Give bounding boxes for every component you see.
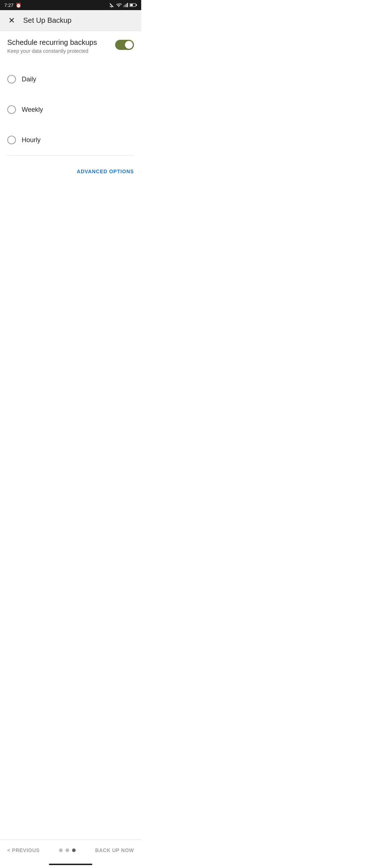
svg-rect-2 — [126, 4, 127, 7]
radio-circle-hourly — [7, 136, 16, 144]
battery-icon — [130, 2, 137, 8]
schedule-heading: Schedule recurring backups — [7, 38, 97, 47]
toggle-thumb — [125, 41, 133, 49]
svg-rect-3 — [127, 3, 128, 7]
backup-frequency-options: Daily Weekly Hourly — [7, 64, 134, 155]
signal-icon — [123, 2, 128, 8]
status-bar: 7:27 ⏰ — [0, 0, 141, 10]
radio-daily[interactable]: Daily — [7, 64, 134, 94]
main-content: Schedule recurring backups Keep your dat… — [0, 31, 141, 180]
radio-circle-daily — [7, 75, 16, 84]
close-button[interactable]: ✕ — [6, 15, 17, 26]
section-divider — [7, 155, 134, 156]
svg-rect-0 — [123, 5, 124, 7]
radio-label-daily: Daily — [22, 76, 36, 83]
toggle-switch[interactable] — [115, 40, 134, 50]
radio-hourly[interactable]: Hourly — [7, 125, 134, 155]
recurring-backup-toggle[interactable] — [115, 40, 134, 50]
radio-label-weekly: Weekly — [22, 106, 43, 114]
radio-circle-weekly — [7, 105, 16, 114]
status-right — [109, 2, 137, 8]
schedule-text: Schedule recurring backups Keep your dat… — [7, 38, 97, 54]
svg-rect-5 — [136, 4, 137, 6]
app-bar: ✕ Set Up Backup — [0, 10, 141, 31]
toggle-track — [115, 40, 134, 50]
page-title: Set Up Backup — [23, 16, 71, 25]
advanced-options-button[interactable]: ADVANCED OPTIONS — [77, 169, 134, 174]
schedule-subtext: Keep your data constantly protected — [7, 48, 97, 54]
alarm-icon: ⏰ — [16, 3, 21, 8]
radio-weekly[interactable]: Weekly — [7, 94, 134, 125]
radio-label-hourly: Hourly — [22, 136, 41, 144]
advanced-options-section: ADVANCED OPTIONS — [7, 163, 134, 180]
status-time: 7:27 — [4, 3, 13, 8]
schedule-section: Schedule recurring backups Keep your dat… — [7, 38, 134, 54]
svg-rect-1 — [125, 5, 125, 7]
status-left: 7:27 ⏰ — [4, 3, 21, 8]
bell-off-icon — [109, 2, 114, 8]
wifi-icon — [116, 2, 122, 8]
